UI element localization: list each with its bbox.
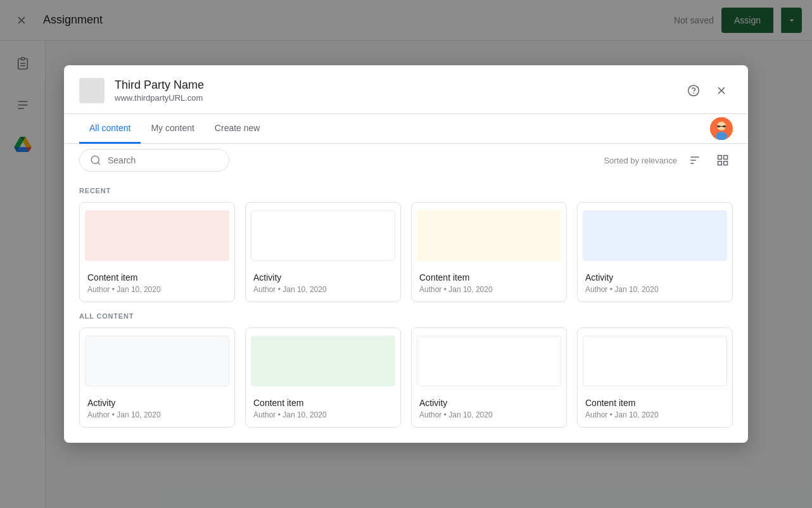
- card-meta: Author • Jan 10, 2020: [253, 410, 393, 419]
- card-title: Activity: [87, 398, 227, 408]
- tab-create-new[interactable]: Create new: [205, 114, 270, 144]
- svg-rect-23: [718, 156, 722, 160]
- content-card[interactable]: Activity Author • Jan 10, 2020: [411, 327, 567, 428]
- card-title: Content item: [419, 272, 559, 283]
- card-title: Content item: [253, 398, 393, 408]
- svg-point-8: [688, 86, 699, 96]
- content-card[interactable]: Activity Author • Jan 10, 2020: [577, 202, 733, 302]
- recent-content-grid: Content item Author • Jan 10, 2020 Activ…: [79, 202, 733, 302]
- svg-rect-15: [723, 125, 726, 127]
- card-title: Activity: [253, 272, 393, 283]
- card-title: Content item: [87, 272, 227, 283]
- dialog-help-button[interactable]: [682, 79, 705, 102]
- dialog-title: Third Party Name: [115, 79, 682, 92]
- content-card[interactable]: Activity Author • Jan 10, 2020: [245, 202, 401, 302]
- card-title: Activity: [419, 398, 559, 408]
- svg-rect-24: [724, 156, 728, 160]
- dialog-close-button[interactable]: [710, 79, 733, 102]
- card-meta: Author • Jan 10, 2020: [585, 410, 725, 419]
- content-card[interactable]: Content item Author • Jan 10, 2020: [79, 202, 235, 302]
- content-card[interactable]: Activity Author • Jan 10, 2020: [79, 327, 235, 428]
- dialog-header-actions: [682, 79, 733, 102]
- card-meta: Author • Jan 10, 2020: [87, 285, 227, 294]
- svg-rect-25: [718, 162, 722, 165]
- content-picker-dialog: Third Party Name www.thirdpartyURL.com: [64, 65, 748, 443]
- dialog-title-area: Third Party Name www.thirdpartyURL.com: [115, 79, 682, 103]
- recent-section-label: RECENT: [79, 187, 733, 194]
- search-actions-right: Sorted by relevance: [593, 150, 733, 170]
- card-meta: Author • Jan 10, 2020: [87, 410, 227, 419]
- all-content-grid: Activity Author • Jan 10, 2020 Content i…: [79, 327, 733, 428]
- dialog-overlay: Third Party Name www.thirdpartyURL.com: [0, 0, 812, 508]
- search-input[interactable]: [108, 155, 219, 165]
- content-card[interactable]: Content item Author • Jan 10, 2020: [411, 202, 567, 302]
- sort-label: Sorted by relevance: [604, 156, 677, 165]
- grid-view-button[interactable]: [713, 150, 733, 170]
- search-container: [79, 149, 229, 172]
- card-title: Activity: [585, 272, 725, 283]
- all-content-section-label: ALL CONTENT: [79, 312, 733, 320]
- tab-my-content[interactable]: My content: [141, 114, 204, 144]
- card-title: Content item: [585, 398, 725, 408]
- card-meta: Author • Jan 10, 2020: [419, 410, 559, 419]
- tab-all-content[interactable]: All content: [79, 114, 141, 144]
- content-card[interactable]: Content item Author • Jan 10, 2020: [245, 327, 401, 428]
- svg-point-18: [91, 156, 99, 163]
- user-avatar[interactable]: [710, 117, 733, 140]
- svg-rect-26: [724, 162, 728, 165]
- dialog-logo: [79, 78, 105, 103]
- card-meta: Author • Jan 10, 2020: [253, 285, 393, 294]
- sort-button[interactable]: [685, 150, 705, 170]
- dialog-tabs: All content My content Create new: [64, 114, 748, 144]
- search-row: Sorted by relevance: [64, 144, 748, 177]
- card-meta: Author • Jan 10, 2020: [419, 285, 559, 294]
- svg-rect-14: [717, 125, 720, 127]
- content-card[interactable]: Content item Author • Jan 10, 2020: [577, 327, 733, 428]
- card-meta: Author • Jan 10, 2020: [585, 285, 725, 294]
- dialog-header: Third Party Name www.thirdpartyURL.com: [64, 65, 748, 114]
- dialog-subtitle: www.thirdpartyURL.com: [115, 93, 682, 103]
- dialog-body: RECENT Content item Author • Jan 10, 202…: [64, 177, 748, 443]
- search-icon: [90, 155, 101, 166]
- svg-line-19: [98, 162, 99, 164]
